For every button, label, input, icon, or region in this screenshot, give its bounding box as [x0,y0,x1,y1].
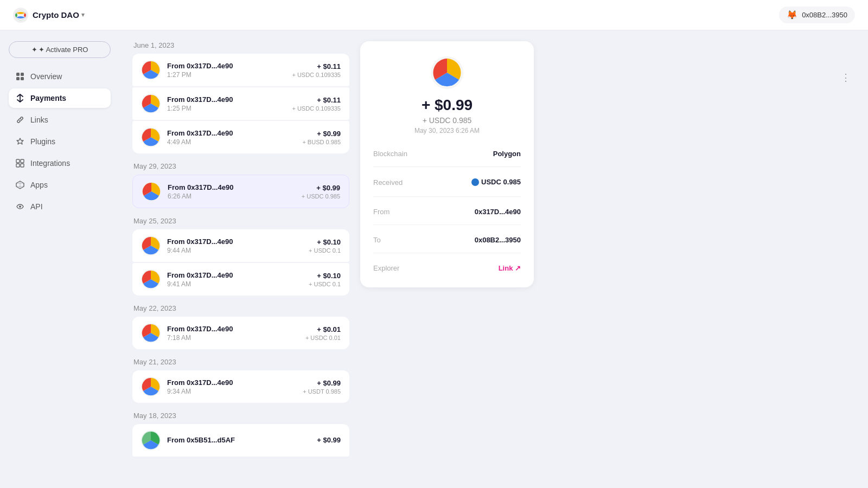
to-label: To [373,236,381,244]
usdc-icon [471,178,479,186]
payment-from: From 0x317D...4e90 [167,237,302,246]
payment-time: 9:34 AM [167,388,296,395]
payment-item[interactable]: From 0x317D...4e90 9:44 AM + $0.10 + USD… [132,229,349,262]
payment-amount: + $0.10 + USDC 0.1 [309,238,341,254]
date-group-may22: May 22, 2023 From 0x317D...4e90 [132,304,349,349]
payment-item[interactable]: From 0x317D...4e90 1:25 PM + $0.11 + USD… [132,87,349,120]
payment-amount: + $0.99 + USDT 0.985 [303,379,341,395]
date-group-may25: May 25, 2023 From 0x317D...4e90 [132,217,349,296]
svg-rect-3 [21,73,24,76]
svg-rect-8 [16,164,20,167]
date-group-may29: May 29, 2023 From 0x317D...4e90 [132,162,349,208]
payment-item-selected[interactable]: From 0x317D...4e90 6:26 AM + $0.99 + USD… [132,175,349,208]
sidebar-item-integrations-label: Integrations [30,159,70,168]
sidebar-item-integrations[interactable]: Integrations [9,153,111,173]
detail-token: + USDC 0.985 [423,116,472,125]
detail-date: May 30, 2023 6:26 AM [414,127,480,134]
sidebar-item-payments[interactable]: Payments [9,88,111,108]
payment-time: 7:18 AM [167,334,299,342]
svg-rect-7 [21,159,24,163]
detail-row-to: To 0x08B2...3950 [373,236,521,253]
svg-rect-5 [21,77,24,80]
payment-item[interactable]: From 0x317D...4e90 9:34 AM + $0.99 + USD… [132,370,349,403]
sidebar-item-apps[interactable]: Apps [9,175,111,195]
detail-row-explorer: Explorer Link ↗ [373,264,521,272]
avatar [141,323,161,343]
detail-amount: + $0.99 [422,97,473,114]
date-label-may22: May 22, 2023 [132,304,349,312]
apps-icon [15,180,25,190]
topbar-left: Crypto DAO ▾ [13,8,85,23]
sidebar-item-overview-label: Overview [30,72,62,81]
payment-time: 4:49 AM [167,138,296,146]
svg-rect-6 [16,159,20,163]
from-value: 0x317D...4e90 [475,208,521,216]
payment-time: 9:44 AM [167,247,302,254]
payment-amount: + $0.11 + USDC 0.109335 [292,62,341,78]
sidebar-item-links-label: Links [30,115,48,124]
payment-from: From 0x5B51...d5AF [167,436,310,444]
sidebar-item-plugins[interactable]: Plugins [9,132,111,151]
avatar [141,269,161,289]
payment-from: From 0x317D...4e90 [167,95,285,104]
sidebar-item-overview[interactable]: Overview [9,67,111,86]
topbar: Crypto DAO ▾ 🦊 0x08B2...3950 [0,0,868,30]
payment-time: 9:41 AM [167,280,302,288]
payment-amount: + $0.99 [317,436,341,445]
date-label-may21: May 21, 2023 [132,358,349,366]
sidebar: ✦ ✦ Activate PRO Overview Payments [0,30,119,488]
from-label: From [373,208,390,216]
dropdown-icon: ▾ [81,11,85,18]
date-group-june1: June 1, 2023 From 0x317D...4e90 [132,41,349,153]
payment-amount: + $0.11 + USDC 0.109335 [292,96,341,112]
payment-info: From 0x317D...4e90 9:44 AM [167,237,302,254]
payment-info: From 0x317D...4e90 9:41 AM [167,271,302,288]
payments-icon [15,93,25,103]
svg-rect-2 [16,73,20,76]
sidebar-item-api[interactable]: API [9,197,111,216]
content-wrapper: ⋮ June 1, 2023 [119,30,868,488]
payment-item[interactable]: From 0x317D...4e90 4:49 AM + $0.99 + BUS… [132,121,349,153]
wallet-icon: 🦊 [787,10,797,20]
payment-item[interactable]: From 0x317D...4e90 1:27 PM + $0.11 + USD… [132,54,349,86]
date-group-may18: May 18, 2023 From 0x5B51...d5AF [132,412,349,457]
payment-info: From 0x317D...4e90 4:49 AM [167,129,296,146]
payment-time: 1:25 PM [167,105,285,112]
svg-rect-9 [21,164,24,167]
explorer-link[interactable]: Link ↗ [499,264,521,272]
star-icon: ✦ [31,46,37,54]
date-group-may21: May 21, 2023 From 0x317D...4e90 [132,358,349,403]
payment-amount: + $0.99 + USDC 0.985 [302,184,340,200]
to-value: 0x08B2...3950 [475,236,521,244]
payment-from: From 0x317D...4e90 [167,62,285,70]
payment-info: From 0x5B51...d5AF [167,436,310,445]
more-options-button[interactable]: ⋮ [837,69,855,86]
payment-item[interactable]: From 0x5B51...d5AF + $0.99 [132,424,349,457]
payment-amount: + $0.01 + USDC 0.01 [305,325,341,341]
received-value: USDC 0.985 [471,178,521,188]
payment-amount: + $0.99 + BUSD 0.985 [302,130,341,145]
payment-item[interactable]: From 0x317D...4e90 7:18 AM + $0.01 + USD… [132,317,349,349]
svg-rect-4 [16,77,20,80]
sidebar-item-links[interactable]: Links [9,110,111,130]
avatar [141,431,161,450]
avatar [142,182,161,201]
payment-from: From 0x317D...4e90 [168,183,295,191]
payment-info: From 0x317D...4e90 1:25 PM [167,95,285,112]
content: June 1, 2023 From 0x317D...4e90 [119,30,868,488]
payment-time: 6:26 AM [168,192,295,200]
links-icon [15,115,25,125]
plugins-icon [15,137,25,146]
payment-time: 1:27 PM [167,71,285,79]
api-icon [15,202,25,211]
activate-pro-button[interactable]: ✦ ✦ Activate PRO [9,41,111,58]
date-label-june1: June 1, 2023 [132,41,349,49]
payment-from: From 0x317D...4e90 [167,129,296,137]
avatar [141,127,161,147]
date-label-may25: May 25, 2023 [132,217,349,225]
received-label: Received [373,178,403,187]
app-name[interactable]: Crypto DAO ▾ [33,10,85,20]
wallet-button[interactable]: 🦊 0x08B2...3950 [779,7,855,23]
avatar [141,377,161,396]
payment-item[interactable]: From 0x317D...4e90 9:41 AM + $0.10 + USD… [132,263,349,296]
